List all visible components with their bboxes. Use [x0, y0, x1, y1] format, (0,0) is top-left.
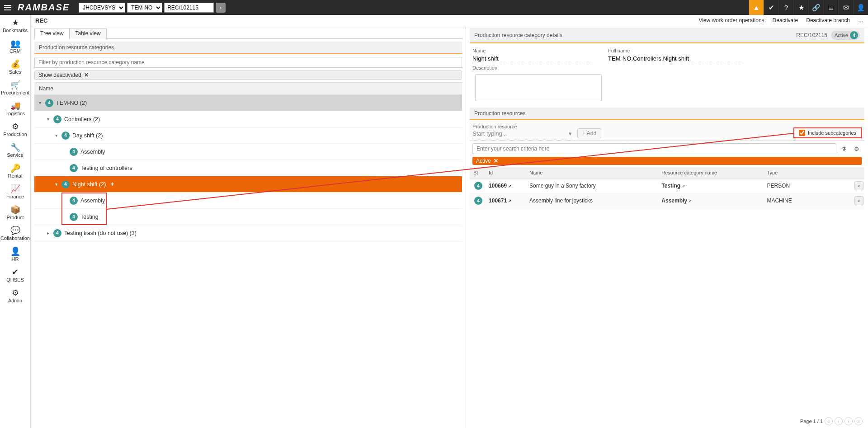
- topbar: RAMBASE JHCDEVSYS TEM-NO ‹ ▲ ✔ ? ★ 🔗 ≣ ✉…: [0, 0, 868, 15]
- company-select[interactable]: TEM-NO: [127, 3, 162, 13]
- star-icon[interactable]: ★: [793, 0, 808, 15]
- link-icon[interactable]: 🔗: [808, 0, 823, 15]
- nav-search-button[interactable]: ‹: [216, 3, 226, 13]
- help-icon[interactable]: ?: [778, 0, 793, 15]
- list-icon[interactable]: ≣: [823, 0, 838, 15]
- topbar-icons: ▲ ✔ ? ★ 🔗 ≣ ✉ 👤: [749, 0, 868, 15]
- alert-icon[interactable]: ▲: [749, 0, 764, 15]
- nav-input[interactable]: [164, 3, 214, 13]
- menu-toggle[interactable]: [0, 7, 15, 8]
- user-icon[interactable]: 👤: [853, 0, 868, 15]
- check-icon[interactable]: ✔: [764, 0, 778, 15]
- system-select[interactable]: JHCDEVSYS: [79, 3, 125, 13]
- app-logo: RAMBASE: [15, 2, 79, 13]
- mail-icon[interactable]: ✉: [838, 0, 853, 15]
